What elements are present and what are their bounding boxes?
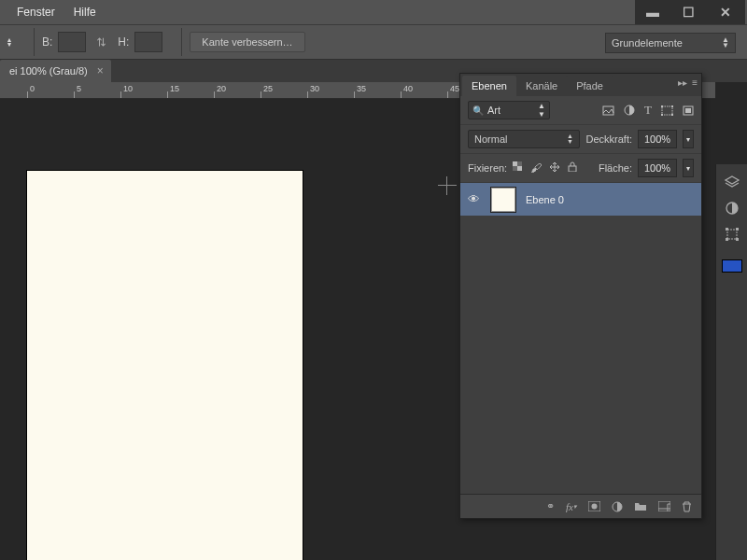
svg-rect-1 bbox=[727, 230, 737, 239]
tab-layers[interactable]: Ebenen bbox=[462, 76, 516, 96]
lock-label: Fixieren: bbox=[468, 162, 507, 174]
tab-close-icon[interactable]: × bbox=[97, 64, 104, 77]
foreground-color-swatch[interactable] bbox=[722, 259, 742, 273]
menu-bar: Fenster Hilfe ▬ ☐ ✕ bbox=[0, 0, 747, 24]
ruler-tick-15: 15 bbox=[170, 84, 179, 93]
opacity-field[interactable]: 100% bbox=[638, 130, 677, 148]
filter-smart-icon[interactable] bbox=[683, 103, 694, 118]
lock-image-icon[interactable]: 🖌 bbox=[530, 161, 542, 175]
svg-rect-18 bbox=[513, 166, 517, 171]
svg-rect-8 bbox=[662, 106, 672, 115]
new-adjustment-layer-icon[interactable] bbox=[612, 501, 623, 512]
chevron-updown-icon: ▲▼ bbox=[567, 133, 573, 145]
tab-channels[interactable]: Kanäle bbox=[516, 76, 567, 96]
fill-dropdown-icon[interactable]: ▾ bbox=[683, 159, 694, 177]
new-layer-icon[interactable] bbox=[658, 501, 670, 511]
blend-mode-dropdown[interactable]: Normal ▲▼ bbox=[468, 130, 580, 148]
filter-label: Art bbox=[487, 105, 500, 116]
layer-panel-toolbar: ⚭ fx▾ bbox=[460, 494, 701, 518]
adjustments-dock-icon[interactable] bbox=[720, 198, 744, 218]
svg-rect-5 bbox=[736, 238, 739, 241]
height-label: H: bbox=[118, 35, 129, 49]
ruler-tick-40: 40 bbox=[403, 84, 413, 93]
layers-panel: Ebenen Kanäle Pfade ▸▸ ≡ 🔍 Art ▲▼ T N bbox=[459, 73, 702, 519]
opacity-dropdown-icon[interactable]: ▾ bbox=[683, 130, 694, 148]
right-dock bbox=[715, 164, 747, 560]
height-field[interactable] bbox=[134, 32, 162, 52]
svg-rect-17 bbox=[517, 161, 522, 166]
filter-shape-icon[interactable] bbox=[661, 103, 673, 118]
layer-effects-icon[interactable]: fx▾ bbox=[566, 501, 577, 512]
lock-position-icon[interactable] bbox=[549, 161, 560, 175]
maximize-button[interactable]: ☐ bbox=[670, 2, 706, 22]
svg-rect-23 bbox=[658, 501, 670, 511]
svg-rect-15 bbox=[513, 161, 517, 166]
filter-icons: T bbox=[602, 103, 694, 118]
close-button[interactable]: ✕ bbox=[706, 2, 745, 22]
layer-row[interactable]: 👁 Ebene 0 bbox=[460, 183, 701, 216]
layer-thumbnail[interactable] bbox=[490, 187, 516, 213]
lock-all-icon[interactable] bbox=[568, 161, 577, 175]
options-bar: ▲▼ B: ⇄ H: Kante verbessern… Grundelemen… bbox=[0, 24, 747, 60]
document-tab[interactable]: ei 100% (Grau/8) × bbox=[0, 60, 111, 82]
lock-fill-row: Fixieren: 🖌 Fläche: 100% ▾ bbox=[460, 154, 701, 183]
ruler-tick-30: 30 bbox=[310, 84, 319, 93]
ruler-tick-5: 5 bbox=[77, 84, 81, 93]
layer-filter-row: 🔍 Art ▲▼ T bbox=[460, 96, 701, 125]
workspace-preset-dropdown[interactable]: Grundelemente ▲▼ bbox=[605, 33, 736, 53]
svg-rect-9 bbox=[661, 105, 663, 107]
tab-paths[interactable]: Pfade bbox=[567, 76, 613, 96]
menu-window[interactable]: Fenster bbox=[7, 2, 64, 22]
fill-label: Fläche: bbox=[599, 162, 632, 174]
menu-help[interactable]: Hilfe bbox=[64, 2, 106, 22]
blend-opacity-row: Normal ▲▼ Deckkraft: 100% ▾ bbox=[460, 125, 701, 154]
search-icon: 🔍 bbox=[472, 105, 484, 116]
blend-mode-value: Normal bbox=[474, 133, 507, 145]
options-dropdown-icon[interactable]: ▲▼ bbox=[4, 34, 15, 50]
transform-dock-icon[interactable] bbox=[720, 224, 744, 245]
svg-point-21 bbox=[592, 504, 598, 510]
filter-pixel-icon[interactable] bbox=[602, 103, 614, 118]
width-field[interactable] bbox=[58, 32, 86, 52]
lock-icons: 🖌 bbox=[513, 161, 577, 175]
add-mask-icon[interactable] bbox=[588, 501, 600, 511]
window-controls: ▬ ☐ ✕ bbox=[635, 0, 745, 24]
layer-list: 👁 Ebene 0 bbox=[460, 183, 701, 494]
svg-rect-2 bbox=[726, 228, 728, 231]
new-group-icon[interactable] bbox=[634, 501, 647, 511]
ruler-tick-35: 35 bbox=[357, 84, 366, 93]
layers-dock-icon[interactable] bbox=[720, 172, 744, 192]
layer-name[interactable]: Ebene 0 bbox=[526, 194, 564, 205]
swap-icon[interactable]: ⇄ bbox=[95, 37, 108, 47]
svg-rect-14 bbox=[685, 108, 691, 113]
application-frame: Fenster Hilfe ▬ ☐ ✕ ▲▼ B: ⇄ H: Kante ver… bbox=[0, 0, 747, 560]
chevron-updown-icon: ▲▼ bbox=[722, 37, 729, 49]
layer-filter-dropdown[interactable]: 🔍 Art ▲▼ bbox=[468, 101, 550, 119]
panel-tab-strip: Ebenen Kanäle Pfade ▸▸ ≡ bbox=[460, 74, 701, 96]
svg-rect-16 bbox=[517, 166, 522, 171]
crosshair-cursor bbox=[438, 176, 457, 195]
svg-rect-11 bbox=[661, 114, 663, 116]
lock-transparency-icon[interactable] bbox=[513, 161, 523, 175]
ruler-tick-45: 45 bbox=[450, 84, 459, 93]
preset-label: Grundelemente bbox=[612, 37, 683, 49]
delete-layer-icon[interactable] bbox=[682, 501, 692, 512]
document-canvas[interactable] bbox=[27, 171, 303, 560]
opacity-label: Deckkraft: bbox=[585, 133, 632, 145]
svg-rect-3 bbox=[736, 228, 739, 231]
svg-rect-4 bbox=[726, 238, 728, 241]
refine-edge-button[interactable]: Kante verbessern… bbox=[190, 32, 304, 52]
link-layers-icon[interactable]: ⚭ bbox=[546, 500, 555, 512]
filter-type-icon[interactable]: T bbox=[644, 103, 652, 118]
panel-menu-icon[interactable]: ▸▸ ≡ bbox=[678, 77, 698, 88]
visibility-toggle-icon[interactable]: 👁 bbox=[468, 192, 481, 206]
svg-rect-19 bbox=[569, 166, 576, 172]
svg-rect-12 bbox=[671, 114, 673, 116]
minimize-button[interactable]: ▬ bbox=[635, 2, 670, 22]
width-label: B: bbox=[42, 35, 52, 49]
filter-adjust-icon[interactable] bbox=[624, 103, 635, 118]
ruler-tick-10: 10 bbox=[123, 84, 133, 93]
fill-field[interactable]: 100% bbox=[638, 159, 677, 177]
chevron-updown-icon: ▲▼ bbox=[538, 102, 545, 119]
document-title: ei 100% (Grau/8) bbox=[9, 65, 88, 77]
